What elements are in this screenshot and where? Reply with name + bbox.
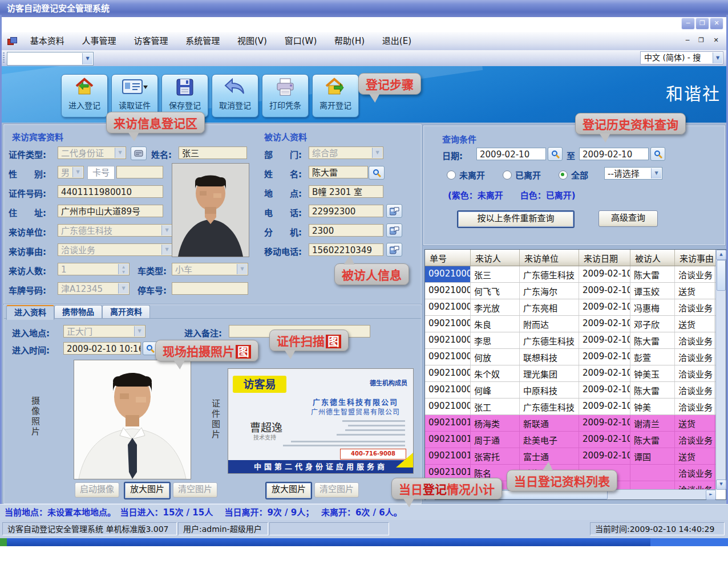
card-reader-button[interactable]: [131, 147, 147, 160]
restore-button[interactable]: ❐: [695, 18, 709, 30]
save-register-button[interactable]: 保存登记: [161, 74, 208, 117]
start-camera-button[interactable]: 启动摄像: [75, 482, 119, 498]
company-combo[interactable]: 广东德生科技▼: [58, 224, 173, 237]
entry-location-combo[interactable]: 正大门▼: [63, 325, 145, 338]
table-row[interactable]: 090210005李思广东德生科技2009-02-10陈大雷洽谈业务: [425, 332, 726, 349]
col-company[interactable]: 来访单位: [520, 250, 579, 266]
mobile-input[interactable]: 15602210349: [309, 243, 383, 256]
table-row[interactable]: 090210003李光放广东亮相2009-02-10冯惠梅洽谈业务: [425, 299, 726, 316]
plate-combo[interactable]: 津A12345▼: [58, 282, 130, 295]
zoom-photo-button[interactable]: 放大图片: [124, 482, 171, 499]
radio-icon: [559, 170, 568, 180]
menu-hr[interactable]: 人事管理: [75, 32, 124, 50]
date-to-input[interactable]: 2009-02-10: [579, 148, 649, 160]
gender-combo[interactable]: 男▼: [58, 166, 84, 178]
entry-time-input[interactable]: 2009-02-10 10:16: [63, 342, 141, 355]
visitor-name-input[interactable]: 张三: [179, 147, 247, 159]
cert-no-input[interactable]: 4401111980010: [58, 185, 163, 198]
menu-help[interactable]: 帮助(H): [327, 32, 372, 50]
table-row[interactable]: 090210011周于通赴美电子2009-02-10陈大雷洽谈业务: [425, 432, 726, 448]
parking-input[interactable]: [172, 282, 248, 295]
table-row[interactable]: 090210006何放联想科技2009-02-10彭萱洽谈业务: [425, 349, 726, 365]
card-contact-line: [348, 425, 405, 426]
tab-entry-data[interactable]: 进入资料: [6, 305, 54, 320]
dial-mobile-button[interactable]: [386, 243, 402, 257]
card-number-input[interactable]: [116, 166, 163, 178]
table-row[interactable]: 090210007朱个奴理光集团2009-02-10钟美玉洽谈业务: [425, 365, 726, 382]
print-slip-button[interactable]: 打印凭条: [262, 74, 309, 117]
menu-system[interactable]: 系统管理: [178, 32, 227, 50]
tab-leave-data[interactable]: 离开资料: [102, 305, 150, 319]
status-bar: 访客自动登记安全管理系统 单机标准版3.007 用户:admin-超级用户 当前…: [0, 520, 728, 538]
tab-carried-items[interactable]: 携带物品: [54, 305, 102, 319]
date-from-picker-button[interactable]: [548, 147, 563, 161]
mdi-restore-button[interactable]: ❐: [696, 36, 706, 45]
visited-name-input[interactable]: 陈大雷: [309, 166, 368, 178]
zoom-card-button[interactable]: 放大图片: [265, 482, 312, 499]
date-to-picker-button[interactable]: [650, 147, 665, 161]
chevron-down-icon[interactable]: ▼: [713, 52, 722, 63]
to-label: 至: [567, 149, 575, 161]
name-search-button[interactable]: [369, 166, 385, 180]
plate-label: 车牌号码:: [9, 284, 46, 296]
phone-input[interactable]: 22992300: [309, 205, 383, 217]
radio-all[interactable]: 全部: [559, 169, 588, 181]
menu-basic-data[interactable]: 基本资料: [23, 32, 72, 50]
col-reason[interactable]: 来访事由: [675, 250, 715, 266]
col-order-no[interactable]: 单号: [425, 250, 471, 266]
table-row[interactable]: 090210008何峰中原科技2009-02-10陈大雷洽谈业务: [425, 382, 726, 399]
chevron-down-icon[interactable]: ▼: [82, 53, 92, 64]
address-input[interactable]: 广州市中山大道89号: [58, 205, 163, 217]
advanced-query-button[interactable]: 高级查询: [598, 210, 658, 227]
minimize-button[interactable]: ─: [681, 18, 695, 30]
menu-exit[interactable]: 退出(E): [375, 32, 419, 50]
entry-note-label: 进入备注:: [184, 327, 222, 339]
vertical-scrollbar[interactable]: ▲ ▼: [715, 250, 726, 490]
card-contact-line: [283, 445, 405, 446]
clear-card-button[interactable]: 清空图片: [314, 482, 359, 498]
card-contact-line: [291, 441, 405, 442]
chevron-down-icon: ▼: [237, 264, 247, 274]
leave-register-button[interactable]: 离开登记: [312, 74, 359, 117]
cert-type-combo[interactable]: 二代身份证▼: [58, 147, 126, 159]
tab-divider: [4, 318, 421, 319]
callout-history-query: 登记历史资料查询: [575, 113, 686, 135]
count-spinner[interactable]: 1 ▲▼: [58, 263, 130, 275]
menu-view[interactable]: 视图(V): [230, 32, 274, 50]
col-visited[interactable]: 被访人: [630, 250, 675, 266]
toolbar-grip[interactable]: [3, 52, 5, 64]
table-row[interactable]: 090210001张三广东德生科技2009-02-10陈大雷洽谈业务: [425, 266, 726, 283]
clear-photo-button[interactable]: 清空图片: [173, 482, 217, 498]
col-visitor[interactable]: 来访人: [471, 250, 520, 266]
dept-combo[interactable]: 综合部▼: [309, 147, 383, 159]
ext-input[interactable]: 2300: [309, 224, 383, 237]
dial-ext-button[interactable]: [386, 223, 402, 237]
toolbar-combo[interactable]: ▼: [7, 52, 94, 66]
reason-combo[interactable]: 洽谈业务▼: [58, 243, 173, 256]
table-row[interactable]: 090210012张寄托富士通2009-02-10谭国送货: [425, 448, 726, 465]
table-row[interactable]: 090210009张工广东德生科技2009-02-10钟美洽谈业务: [425, 399, 726, 415]
radio-not-left[interactable]: 未离开: [447, 169, 485, 181]
reason-filter-combo[interactable]: --请选择▼: [604, 167, 662, 180]
table-row[interactable]: 090210004朱良附而达2009-02-10邓子欣送货: [425, 316, 726, 332]
read-card-button[interactable]: 读取证件: [111, 74, 158, 117]
location-input[interactable]: B幢 2301 室: [309, 185, 383, 198]
table-row[interactable]: 090210010杨海类新联通2009-02-10谢清兰送货: [425, 415, 726, 432]
mdi-close-button[interactable]: ✕: [711, 36, 721, 45]
cancel-register-button[interactable]: 取消登记: [212, 74, 258, 117]
car-type-combo[interactable]: 小车▼: [172, 263, 248, 275]
radio-left[interactable]: 已离开: [503, 169, 541, 181]
mdi-minimize-button[interactable]: ─: [682, 36, 693, 45]
date-from-input[interactable]: 2009-02-10: [476, 148, 546, 160]
col-date[interactable]: 来访日期: [579, 250, 630, 266]
search-icon: [551, 150, 560, 158]
chevron-down-icon: ▼: [161, 225, 172, 235]
enter-register-button[interactable]: 进入登记: [61, 74, 108, 117]
menu-visitor[interactable]: 访客管理: [126, 32, 175, 50]
close-button[interactable]: ✕: [710, 18, 723, 30]
dial-phone-button[interactable]: [386, 204, 402, 218]
language-bar[interactable]: 中文 (简体) - 搜 ▼: [640, 51, 723, 64]
table-row[interactable]: 090210002何飞飞广东海尔2009-02-10谭玉姣送货: [425, 283, 726, 299]
requery-button[interactable]: 按以上条件重新查询: [457, 210, 575, 228]
menu-window[interactable]: 窗口(W): [277, 32, 325, 50]
